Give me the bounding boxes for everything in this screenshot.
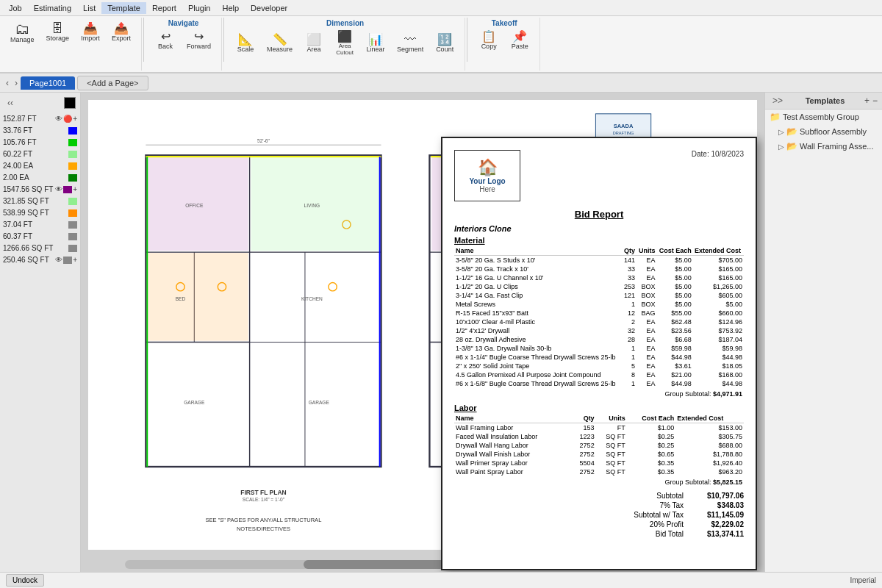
ribbon-group-navigate: Navigate ↩ Back ↪ Forward [146, 18, 222, 71]
color-box[interactable] [64, 97, 76, 109]
bid-date: Date: 10/8/2023 [692, 150, 744, 158]
color-swatch-8 [68, 209, 77, 217]
bid-total-row: Subtotal$10,797.06 [454, 492, 744, 500]
bid-total-row: 7% Tax$348.03 [454, 501, 744, 509]
tree-item-label-1: Subfloor Assembly [800, 127, 867, 136]
add-icon-12[interactable]: + [73, 256, 77, 264]
labor-col-name: Name [454, 414, 571, 423]
menu-help[interactable]: Help [216, 2, 245, 14]
menu-job[interactable]: Job [3, 2, 28, 14]
bid-logo-box: 🏠 Your Logo Here [454, 150, 520, 201]
eye-icon-6[interactable]: 👁 [55, 185, 62, 193]
right-panel-header: >> Templates + − [765, 93, 882, 110]
bid-total-row: Subtotal w/ Tax$11,145.09 [454, 511, 744, 519]
segment-icon: 〰 [404, 34, 416, 46]
import-button[interactable]: 📥 Import [76, 19, 104, 46]
bid-report-title: Bid Report [454, 209, 744, 220]
segment-button[interactable]: 〰 Segment [392, 29, 428, 58]
row-icons-4 [68, 162, 77, 170]
export-label: Export [112, 35, 131, 42]
copy-label: Copy [481, 43, 497, 50]
forward-label: Forward [187, 43, 211, 50]
eye-icon-0[interactable]: 👁 [55, 115, 62, 123]
color-swatch-12 [63, 257, 72, 264]
manage-button[interactable]: 🗂 Manage [6, 19, 39, 46]
material-col-units: Units [637, 246, 656, 256]
linear-icon: 📊 [368, 34, 383, 46]
measurement-value-10: 60.37 FT [3, 232, 32, 240]
back-button[interactable]: ↩ Back [151, 29, 179, 52]
row-icons-9 [68, 221, 77, 229]
ribbon: 🗂 Manage 🗄 Storage 📥 Import 📤 Export Nav… [0, 16, 882, 74]
panel-remove-button[interactable]: − [872, 96, 878, 106]
material-table-row: #6 x 1-1/4" Bugle Coarse Thread Drywall … [454, 353, 744, 362]
right-panel-icons: + − [864, 96, 878, 106]
measurement-row-3: 60.22 FT [1, 148, 79, 159]
left-panel: ‹‹ 152.87 FT 👁 🔴 + 33.76 FT 105.76 FT [0, 93, 81, 572]
menu-list[interactable]: List [77, 2, 101, 14]
storage-label: Storage [46, 35, 70, 42]
measure-button[interactable]: 📏 Measure [262, 29, 297, 58]
tabs-left-chevron[interactable]: ‹ [3, 78, 12, 88]
panel-collapse-chevron[interactable]: ‹‹ [4, 98, 16, 108]
scale-button[interactable]: 📐 Scale [232, 29, 259, 58]
page-tab-page1001[interactable]: Page1001 [21, 76, 75, 90]
add-icon-0[interactable]: + [73, 115, 77, 123]
labor-col-units: Units [596, 414, 627, 423]
color-icon-0[interactable]: 🔴 [63, 115, 72, 123]
menu-template[interactable]: Template [101, 2, 146, 14]
menu-developer[interactable]: Developer [245, 2, 293, 14]
page-tabs: ‹ › Page1001 <Add a Page> [0, 74, 882, 93]
menu-estimating[interactable]: Estimating [28, 2, 77, 14]
paste-button[interactable]: 📌 Paste [506, 29, 534, 52]
area-cutout-button[interactable]: ⬛ Area Cutout [331, 29, 359, 58]
menu-report[interactable]: Report [146, 2, 182, 14]
storage-button[interactable]: 🗄 Storage [42, 19, 74, 46]
measurement-row-0: 152.87 FT 👁 🔴 + [1, 113, 79, 124]
tree-item-test-assembly[interactable]: 📁 Test Assembly Group [765, 110, 882, 124]
material-col-cost: Cost Each [656, 246, 692, 256]
measurement-value-0: 152.87 FT [3, 115, 37, 123]
ribbon-sep-1 [143, 18, 144, 62]
forward-button[interactable]: ↪ Forward [182, 29, 215, 52]
menu-plugin[interactable]: Plugin [182, 2, 217, 14]
material-table-row: 1-3/8" 13 Ga. Drywall Nails 30-lb1EA$59.… [454, 344, 744, 353]
bid-labor-table: Name Qty Units Cost Each Extended Cost W… [454, 414, 744, 476]
measurement-value-11: 1266.66 SQ FT [3, 244, 53, 252]
navigate-section-header: Navigate [168, 19, 199, 27]
right-panel-expand-chevron[interactable]: >> [770, 96, 786, 106]
material-table-row: 4.5 Gallon Premixed All Purpose Joint Co… [454, 370, 744, 379]
tree-expand-1[interactable]: ▷ [778, 128, 784, 136]
tree-expand-2[interactable]: ▷ [778, 143, 784, 151]
copy-button[interactable]: 📋 Copy [475, 29, 503, 52]
area-button[interactable]: ⬜ Area [300, 29, 328, 58]
tabs-right-chevron[interactable]: › [12, 78, 21, 88]
row-icons-7 [68, 198, 77, 205]
svg-text:52'-6": 52'-6" [257, 138, 270, 143]
canvas-scrollbar-thumb[interactable] [304, 560, 451, 569]
bid-material-header: Material [454, 236, 744, 245]
panel-add-button[interactable]: + [864, 96, 870, 106]
linear-button[interactable]: 📊 Linear [362, 29, 390, 58]
export-button[interactable]: 📤 Export [107, 19, 135, 46]
svg-text:NOTES/DIRECTIVES: NOTES/DIRECTIVES [237, 526, 290, 532]
row-icons-11 [68, 245, 77, 252]
svg-text:SCALE: 1/4" = 1'-0": SCALE: 1/4" = 1'-0" [243, 497, 285, 502]
color-swatch-5 [68, 174, 77, 182]
bid-material-table: Name Qty Units Cost Each Extended Cost 3… [454, 246, 744, 388]
material-subtotal-label: Group Subtotal: [664, 390, 711, 398]
paste-label: Paste [512, 43, 528, 50]
eye-icon-12[interactable]: 👁 [55, 256, 62, 264]
undock-button[interactable]: Undock [6, 574, 44, 587]
measurement-row-8: 538.99 SQ FT [1, 207, 79, 218]
labor-subtotal-label: Group Subtotal: [664, 478, 711, 486]
labor-table-row: Wall Paint Spray Labor2752SQ FT$0.35$963… [454, 467, 744, 476]
bid-date-value: 10/8/2023 [711, 150, 745, 158]
scale-label: Scale [237, 46, 254, 53]
count-button[interactable]: 🔢 Count [431, 29, 459, 58]
tree-item-subfloor[interactable]: ▷ 📂 Subfloor Assembly [765, 124, 882, 139]
area-cutout-label: Area Cutout [336, 43, 354, 56]
tree-item-wall-framing[interactable]: ▷ 📂 Wall Framing Asse... [765, 139, 882, 154]
add-icon-6[interactable]: + [73, 185, 77, 193]
add-page-button[interactable]: <Add a Page> [77, 76, 148, 90]
